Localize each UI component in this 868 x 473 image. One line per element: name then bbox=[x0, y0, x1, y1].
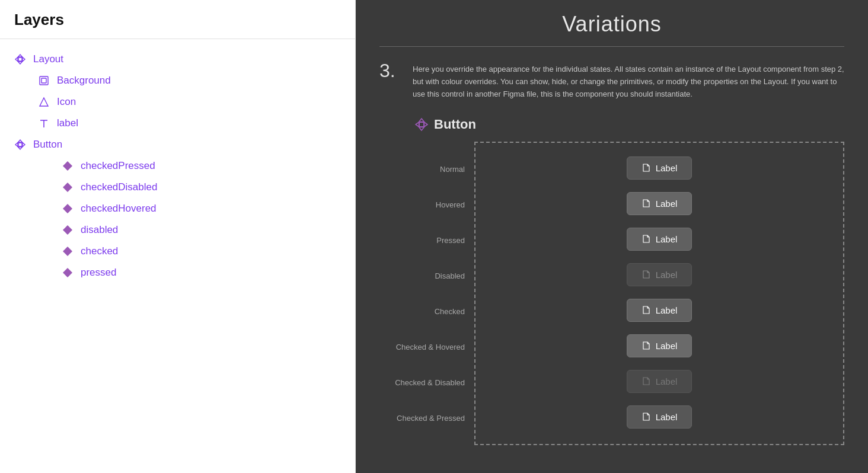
layer-label-disabled: disabled bbox=[81, 224, 118, 236]
layer-item-label[interactable]: label bbox=[0, 113, 355, 134]
btn-icon-normal bbox=[642, 163, 651, 172]
svg-rect-6 bbox=[419, 123, 424, 127]
button-disabled: Label bbox=[627, 263, 693, 286]
layer-item-pressed[interactable]: pressed bbox=[0, 262, 355, 283]
btn-label-disabled: Label bbox=[656, 270, 678, 280]
button-section: Button Normal Hovered Pressed Disabled C… bbox=[379, 117, 844, 445]
btn-icon-hovered bbox=[642, 199, 651, 208]
component-icon-button bbox=[14, 139, 26, 151]
right-panel: Variations 3. Here you override the appe… bbox=[356, 0, 868, 473]
button-checked-pressed[interactable]: Label bbox=[627, 405, 693, 429]
panel-header: Layers bbox=[0, 0, 355, 39]
state-label-hovered: Hovered bbox=[379, 187, 474, 222]
button-section-title: Button bbox=[415, 117, 476, 132]
svg-rect-1 bbox=[40, 76, 48, 85]
layer-label-checked-hovered: checkedHovered bbox=[81, 203, 157, 215]
btn-icon-checked-hovered bbox=[642, 341, 651, 350]
diamond-icon-checked-disabled bbox=[62, 181, 74, 193]
shape-icon bbox=[38, 96, 50, 108]
layer-label-checked: checked bbox=[81, 245, 118, 257]
btn-icon-disabled bbox=[642, 270, 651, 279]
diamond-icon-checked-pressed bbox=[62, 160, 74, 172]
layer-item-layout[interactable]: Layout bbox=[0, 49, 355, 70]
btn-label-checked: Label bbox=[656, 305, 678, 315]
btn-row-checked-pressed: Label bbox=[490, 401, 829, 432]
button-section-title-text: Button bbox=[434, 117, 476, 132]
layer-item-checked-hovered[interactable]: checkedHovered bbox=[0, 198, 355, 219]
left-panel: Layers Layout bbox=[0, 0, 356, 473]
btn-icon-checked bbox=[642, 305, 651, 315]
button-checked-disabled: Label bbox=[627, 370, 693, 393]
btn-icon-pressed bbox=[642, 234, 651, 244]
component-icon bbox=[14, 53, 26, 65]
state-label-checked-hovered: Checked & Hovered bbox=[379, 329, 474, 365]
state-label-pressed: Pressed bbox=[379, 222, 474, 258]
btn-row-hovered: Label bbox=[490, 188, 829, 219]
layer-item-icon[interactable]: Icon bbox=[0, 91, 355, 113]
step-number: 3. bbox=[379, 61, 403, 80]
btn-icon-checked-disabled bbox=[642, 376, 651, 386]
btn-label-checked-disabled: Label bbox=[656, 376, 678, 386]
btn-label-pressed: Label bbox=[656, 234, 678, 244]
layer-label-checked-pressed: checkedPressed bbox=[81, 160, 155, 172]
state-labels: Normal Hovered Pressed Disabled Checked … bbox=[379, 142, 474, 445]
component-icon-right bbox=[415, 118, 428, 131]
layer-item-checked-pressed[interactable]: checkedPressed bbox=[0, 155, 355, 177]
button-normal[interactable]: Label bbox=[627, 156, 693, 180]
button-pressed[interactable]: Label bbox=[627, 228, 693, 251]
diamond-icon-pressed bbox=[62, 267, 74, 279]
btn-icon-checked-pressed bbox=[642, 412, 651, 421]
svg-rect-2 bbox=[42, 78, 46, 83]
text-icon bbox=[38, 117, 50, 129]
background-icon bbox=[38, 75, 50, 87]
svg-rect-5 bbox=[18, 143, 22, 146]
layer-item-checked[interactable]: checked bbox=[0, 241, 355, 262]
right-header: Variations bbox=[379, 0, 844, 47]
state-label-checked-pressed: Checked & Pressed bbox=[379, 400, 474, 436]
layer-label-label: label bbox=[57, 117, 78, 129]
btn-row-checked: Label bbox=[490, 295, 829, 325]
layers-list: Layout Background Icon bbox=[0, 39, 355, 293]
layer-item-button[interactable]: Button bbox=[0, 134, 355, 155]
state-label-normal: Normal bbox=[379, 151, 474, 187]
step-section: 3. Here you override the appearance for … bbox=[379, 61, 844, 100]
buttons-grid: Label Label bbox=[474, 142, 844, 445]
diamond-icon-checked-hovered bbox=[62, 203, 74, 215]
step-text: Here you override the appearance for the… bbox=[413, 61, 844, 100]
btn-row-normal: Label bbox=[490, 152, 829, 183]
btn-label-checked-pressed: Label bbox=[656, 412, 678, 422]
button-hovered[interactable]: Label bbox=[627, 192, 693, 215]
state-label-checked: Checked bbox=[379, 293, 474, 329]
layer-item-checked-disabled[interactable]: checkedDisabled bbox=[0, 177, 355, 198]
layer-label-checked-disabled: checkedDisabled bbox=[81, 181, 157, 193]
right-title: Variations bbox=[562, 12, 661, 36]
btn-label-hovered: Label bbox=[656, 199, 678, 209]
btn-row-checked-disabled: Label bbox=[490, 366, 829, 397]
svg-rect-0 bbox=[18, 57, 22, 61]
diamond-icon-disabled bbox=[62, 224, 74, 236]
btn-row-pressed: Label bbox=[490, 223, 829, 254]
layer-label-layout: Layout bbox=[33, 53, 63, 65]
state-label-checked-disabled: Checked & Disabled bbox=[379, 365, 474, 400]
variations-container: Normal Hovered Pressed Disabled Checked … bbox=[379, 142, 844, 445]
panel-title: Layers bbox=[14, 11, 64, 28]
diamond-icon-checked bbox=[62, 245, 74, 257]
btn-label-checked-hovered: Label bbox=[656, 341, 678, 351]
layer-label-pressed: pressed bbox=[81, 267, 116, 279]
layer-item-background[interactable]: Background bbox=[0, 70, 355, 91]
state-label-disabled: Disabled bbox=[379, 258, 474, 293]
layer-label-button: Button bbox=[33, 139, 62, 151]
layer-label-background: Background bbox=[57, 75, 111, 87]
btn-row-checked-hovered: Label bbox=[490, 330, 829, 361]
button-checked[interactable]: Label bbox=[627, 299, 693, 322]
layer-label-icon: Icon bbox=[57, 96, 76, 108]
btn-row-disabled: Label bbox=[490, 259, 829, 290]
button-checked-hovered[interactable]: Label bbox=[627, 334, 693, 357]
layer-item-disabled[interactable]: disabled bbox=[0, 219, 355, 241]
btn-label-normal: Label bbox=[656, 163, 678, 173]
